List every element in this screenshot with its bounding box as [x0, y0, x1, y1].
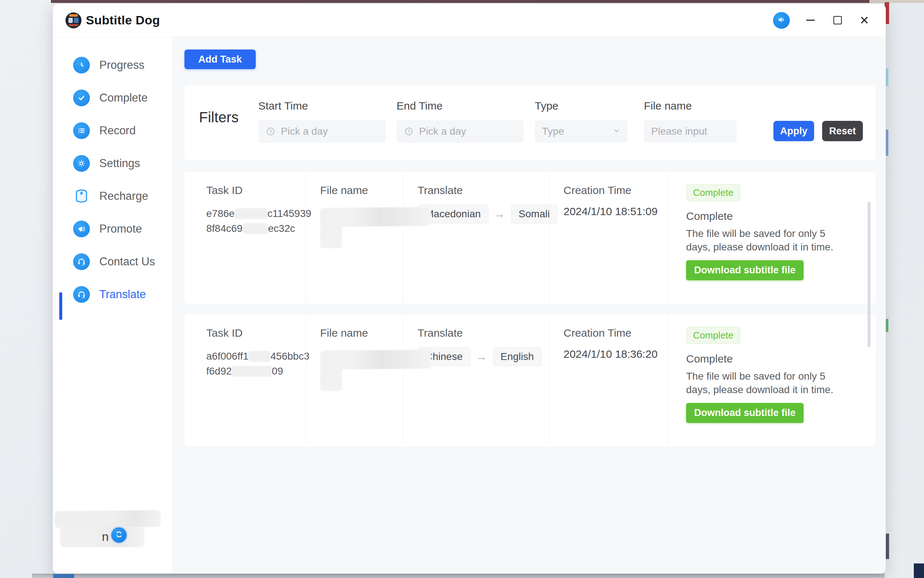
sidebar-item-complete[interactable]: Complete [53, 81, 172, 114]
arrow-right-icon: → [494, 208, 505, 220]
sidebar-item-label: Translate [99, 288, 146, 301]
sidebar: Progress Complete Record [53, 37, 173, 573]
user-info-area: n [53, 511, 173, 569]
file-name-input[interactable] [644, 120, 737, 143]
file-name-header: File name [320, 184, 403, 196]
background-artifact [914, 563, 924, 578]
apply-button[interactable]: Apply [774, 121, 814, 141]
start-time-label: Start Time [258, 100, 386, 112]
task-id-header: Task ID [206, 327, 306, 339]
redacted-file-name [320, 367, 342, 391]
clock-icon [265, 126, 276, 138]
sidebar-item-label: Recharge [99, 190, 148, 203]
check-icon [73, 89, 90, 106]
type-label: Type [535, 100, 628, 112]
sidebar-item-recharge[interactable]: Recharge [53, 180, 172, 213]
translate-header: Translate [417, 327, 549, 339]
task-card: Task ID e786ec1145939 8f84c69ec32c File … [184, 172, 875, 304]
minimize-icon [806, 19, 815, 21]
translate-header: Translate [417, 184, 549, 196]
user-info-fragment: n [102, 529, 109, 544]
file-name-label: File name [644, 100, 737, 112]
creation-time-value: 2024/1/10 18:51:09 [563, 205, 668, 218]
headset-icon [73, 253, 90, 270]
sidebar-item-label: Promote [99, 222, 142, 235]
task-card: Task ID a6f006ff1456bbc3 f6d9209 File na… [184, 315, 875, 446]
close-icon: ✕ [859, 15, 869, 26]
status-badge: Complete [686, 327, 740, 344]
sidebar-item-progress[interactable]: Progress [53, 49, 172, 81]
type-select[interactable]: Type [535, 120, 628, 143]
sound-button[interactable] [773, 12, 790, 29]
close-button[interactable]: ✕ [858, 14, 871, 27]
status-text: Complete [686, 353, 861, 365]
list-icon [73, 122, 90, 139]
type-select-value: Type [542, 125, 564, 137]
chevron-down-icon [612, 126, 621, 136]
app-window: Subtitle Dog ✕ [53, 4, 886, 574]
sidebar-item-settings[interactable]: Settings [53, 147, 172, 180]
sidebar-item-record[interactable]: Record [53, 114, 172, 147]
add-task-button[interactable]: Add Task [184, 49, 256, 69]
redacted-task-id [248, 351, 270, 362]
background-artifact [869, 0, 924, 3]
redacted-task-id [232, 366, 272, 377]
start-time-input[interactable] [258, 120, 386, 143]
clock-icon [404, 126, 414, 138]
redacted-file-name [320, 224, 342, 248]
minimize-button[interactable] [804, 14, 817, 27]
file-name-header: File name [320, 327, 403, 339]
taskbar-strip [32, 574, 885, 578]
background-artifact [51, 0, 869, 3]
target-language-tag: English [493, 347, 542, 366]
redacted-task-id [243, 223, 268, 234]
headset-icon [73, 286, 90, 303]
status-text: Complete [686, 210, 861, 222]
maximize-button[interactable] [831, 14, 844, 27]
sidebar-item-label: Progress [99, 58, 144, 72]
maximize-icon [833, 16, 842, 24]
arrow-right-icon: → [476, 351, 487, 363]
filters-title: Filters [199, 109, 239, 125]
filters-panel: Filters Start Time End Time [184, 85, 875, 160]
coins-icon [73, 188, 90, 205]
status-badge: Complete [686, 184, 740, 201]
taskbar-strip-accent [53, 574, 74, 578]
app-logo-icon [65, 12, 81, 28]
app-title: Subtitle Dog [86, 13, 160, 27]
active-nav-indicator [59, 292, 62, 320]
end-time-label: End Time [396, 100, 524, 112]
creation-time-header: Creation Time [563, 327, 668, 339]
sidebar-item-label: Contact Us [99, 255, 155, 268]
megaphone-icon [73, 221, 90, 237]
sidebar-item-label: Settings [99, 157, 140, 170]
clock-icon [73, 57, 90, 73]
refresh-button[interactable] [111, 528, 126, 543]
sidebar-item-translate[interactable]: Translate [53, 278, 172, 311]
sidebar-item-label: Complete [99, 91, 148, 104]
reset-button[interactable]: Reset [822, 121, 863, 141]
title-bar: Subtitle Dog ✕ [53, 4, 886, 37]
sidebar-item-promote[interactable]: Promote [53, 213, 172, 245]
redacted-task-id [235, 208, 267, 219]
download-subtitle-button[interactable]: Download subtitle file [686, 403, 804, 423]
redacted-user-info [55, 510, 161, 528]
task-id-value: a6f006ff1456bbc3 f6d9209 [206, 349, 306, 378]
refresh-icon [115, 530, 123, 540]
gear-icon [73, 155, 90, 172]
scrollbar[interactable] [867, 201, 871, 347]
end-time-input[interactable] [396, 120, 524, 143]
creation-time-header: Creation Time [563, 184, 668, 196]
task-id-value: e786ec1145939 8f84c69ec32c [206, 206, 306, 236]
creation-time-value: 2024/1/10 18:36:20 [563, 348, 668, 360]
task-id-header: Task ID [206, 184, 306, 196]
sidebar-item-label: Record [99, 124, 136, 137]
retention-note: The file will be saved for only 5 days, … [686, 369, 837, 396]
retention-note: The file will be saved for only 5 days, … [686, 227, 837, 254]
speaker-icon [777, 15, 786, 26]
download-subtitle-button[interactable]: Download subtitle file [686, 260, 804, 280]
sidebar-item-contact-us[interactable]: Contact Us [53, 245, 172, 278]
main-content: Add Task Filters Start Time End Time [173, 37, 886, 573]
